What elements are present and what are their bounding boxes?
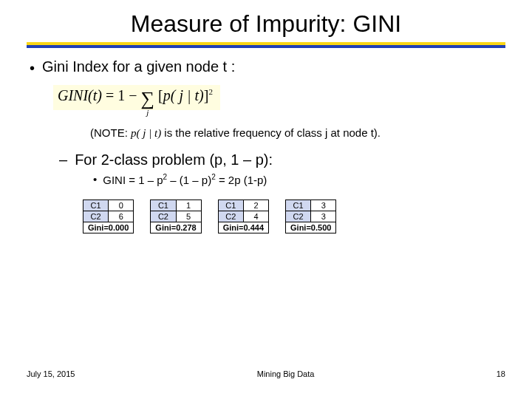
cell-gini: Gini=0.500 — [286, 222, 336, 233]
cell-c1: 1 — [176, 200, 201, 211]
bullet-gini-index: • Gini Index for a given node t : — [30, 58, 505, 78]
gini-table-2: C12 C24 Gini=0.444 — [218, 200, 269, 233]
cell-c1: 2 — [243, 200, 268, 211]
gini-table-0: C10 C26 Gini=0.000 — [83, 200, 134, 233]
gini-table-1: C11 C25 Gini=0.278 — [150, 200, 201, 233]
cell-c2: 5 — [176, 211, 201, 222]
note-prefix: (NOTE: — [90, 126, 131, 139]
title-divider — [27, 42, 505, 48]
sigma-sub: j — [146, 109, 149, 117]
sub-bullet-2class: – For 2-class problem (p, 1 – p): — [59, 151, 505, 168]
slide: Measure of Impurity: GINI • Gini Index f… — [0, 0, 532, 399]
row-label-c1: C1 — [151, 200, 176, 211]
footer-course: Mining Big Data — [257, 369, 315, 378]
formula-bracket-open: [ — [158, 87, 163, 103]
gini-table-3: C13 C23 Gini=0.500 — [285, 200, 336, 233]
expand-a: GINI = 1 – p — [103, 174, 163, 186]
gini-expansion: GINI = 1 – p2 – (1 – p)2 = 2p (1-p) — [103, 173, 267, 186]
cell-c1: 0 — [109, 200, 134, 211]
row-label-c1: C1 — [286, 200, 311, 211]
gini-tables-row: C10 C26 Gini=0.000 C11 C25 Gini=0.278 C1… — [83, 200, 505, 233]
cell-c1: 3 — [311, 200, 336, 211]
divider-blue — [27, 45, 505, 48]
slide-title: Measure of Impurity: GINI — [27, 10, 505, 38]
sub-sub-bullet-gini-expand: • GINI = 1 – p2 – (1 – p)2 = 2p (1-p) — [93, 173, 505, 186]
formula-one-minus: 1 − — [117, 87, 137, 103]
bullet-text: Gini Index for a given node t : — [42, 58, 235, 75]
row-label-c1: C1 — [83, 200, 109, 211]
row-label-c2: C2 — [286, 211, 311, 222]
cell-c2: 4 — [243, 211, 268, 222]
row-label-c2: C2 — [218, 211, 243, 222]
dash-icon: – — [59, 151, 67, 168]
cell-gini: Gini=0.278 — [151, 222, 201, 233]
formula-exp: 2 — [208, 87, 213, 96]
formula-lhs: GINI(t) — [58, 87, 102, 103]
formula-p: p — [163, 87, 171, 103]
cell-c2: 6 — [109, 211, 134, 222]
cell-gini: Gini=0.000 — [83, 222, 134, 233]
bullet-dot-icon: • — [30, 58, 35, 78]
bullet-dot-icon: • — [93, 173, 97, 186]
note-pjt: p( j | t) — [131, 127, 161, 139]
gini-formula: GINI(t) = 1 − ∑j [p( j | t)]2 — [53, 85, 220, 110]
footer-date: July 15, 2015 — [27, 369, 75, 378]
note-suffix: is the relative frequency of class j at … — [161, 126, 381, 139]
formula-eq: = — [106, 87, 114, 103]
expand-b: – (1 – p) — [167, 174, 211, 186]
row-label-c2: C2 — [83, 211, 109, 222]
expand-c: = 2p (1-p) — [216, 174, 267, 186]
cell-gini: Gini=0.444 — [218, 222, 268, 233]
sigma-icon: ∑j — [141, 89, 155, 109]
footer-page: 18 — [497, 369, 505, 378]
row-label-c2: C2 — [151, 211, 176, 222]
formula-cond: ( j | t) — [171, 87, 204, 103]
row-label-c1: C1 — [218, 200, 243, 211]
note-line: (NOTE: p( j | t) is the relative frequen… — [90, 126, 505, 140]
slide-footer: July 15, 2015 Mining Big Data 18 — [27, 369, 505, 378]
cell-c2: 3 — [311, 211, 336, 222]
sub-bullet-text: For 2-class problem (p, 1 – p): — [75, 151, 273, 168]
